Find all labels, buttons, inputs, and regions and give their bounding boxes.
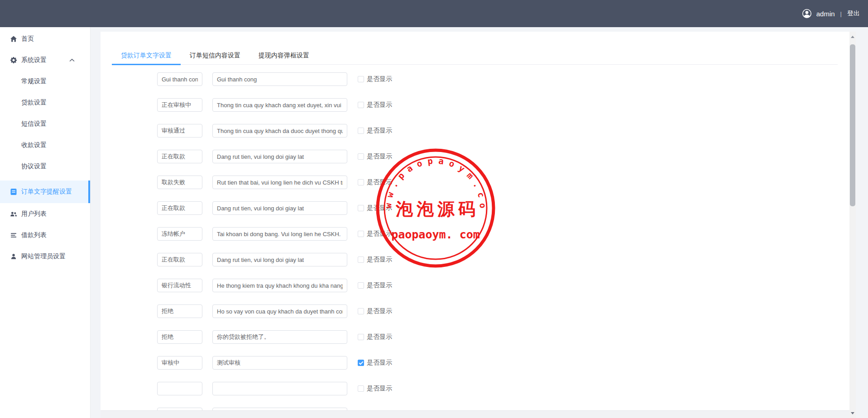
form-row: 是否显示 — [157, 201, 849, 215]
sidebar-item-home[interactable]: 首页 — [0, 28, 90, 49]
form-row: 是否显示 — [157, 124, 849, 138]
sidebar-item-agreement-settings[interactable]: 协议设置 — [0, 156, 90, 177]
settings-form: 是否显示 是否显示 是否显示 — [101, 72, 849, 418]
checkbox-label: 是否显示 — [367, 178, 392, 186]
username[interactable]: admin — [816, 10, 835, 18]
show-toggle[interactable]: 是否显示 — [358, 256, 392, 264]
sidebar-item-order-text-settings[interactable]: 订单文字提醒设置 — [0, 180, 90, 203]
sidebar-item-label: 用户列表 — [21, 210, 47, 218]
form-row: 是否显示 — [157, 176, 849, 189]
status-content-input[interactable] — [212, 279, 347, 292]
show-toggle[interactable]: 是否显示 — [358, 385, 392, 393]
sidebar-item-loan-list[interactable]: 借款列表 — [0, 224, 90, 246]
status-label-input[interactable] — [157, 382, 202, 395]
form-row: 是否显示 — [157, 227, 849, 241]
checkbox-icon[interactable] — [358, 153, 364, 160]
checkbox-icon[interactable] — [358, 385, 364, 392]
checkbox-icon[interactable] — [358, 128, 364, 134]
status-content-input[interactable] — [212, 356, 347, 370]
form-row: 是否显示 — [157, 382, 849, 395]
status-label-input[interactable] — [157, 124, 202, 138]
status-label-input[interactable] — [157, 176, 202, 189]
status-content-input[interactable] — [212, 227, 347, 241]
sidebar-item-label: 首页 — [21, 35, 34, 43]
status-label-input[interactable] — [157, 72, 202, 86]
show-toggle[interactable]: 是否显示 — [358, 281, 392, 290]
checkbox-icon[interactable] — [358, 205, 364, 211]
sidebar-item-site-admin-settings[interactable]: 网站管理员设置 — [0, 246, 90, 267]
status-label-input[interactable] — [157, 356, 202, 370]
show-toggle[interactable]: 是否显示 — [358, 101, 392, 109]
form-row: 是否显示 — [157, 98, 849, 112]
checkbox-icon[interactable] — [358, 282, 364, 289]
status-content-input[interactable] — [212, 176, 347, 189]
status-label-input[interactable] — [157, 98, 202, 112]
checkbox-icon[interactable] — [358, 256, 364, 263]
list-icon — [10, 232, 17, 239]
status-label-input[interactable] — [157, 304, 202, 318]
horizontal-scrollbar[interactable] — [101, 410, 849, 418]
show-toggle[interactable]: 是否显示 — [358, 230, 392, 238]
form-row: 是否显示 — [157, 304, 849, 318]
status-content-input[interactable] — [212, 124, 347, 138]
logout-link[interactable]: 登出 — [847, 10, 860, 18]
status-content-input[interactable] — [212, 304, 347, 318]
tab-order-sms[interactable]: 订单短信内容设置 — [181, 51, 249, 64]
checkbox-label: 是否显示 — [367, 230, 392, 238]
sidebar-item-user-list[interactable]: 用户列表 — [0, 203, 90, 224]
status-content-input[interactable] — [212, 150, 347, 163]
sidebar-item-general-settings[interactable]: 常规设置 — [0, 71, 90, 92]
document-icon — [10, 188, 17, 195]
status-content-input[interactable] — [212, 382, 347, 395]
status-label-input[interactable] — [157, 201, 202, 215]
checkbox-icon[interactable] — [358, 308, 364, 314]
status-label-input[interactable] — [157, 150, 202, 163]
checkbox-icon[interactable] — [358, 334, 364, 340]
person-icon — [10, 253, 17, 260]
status-label-input[interactable] — [157, 227, 202, 241]
status-label-input[interactable] — [157, 279, 202, 292]
status-label-input[interactable] — [157, 253, 202, 266]
sidebar-item-loan-settings[interactable]: 贷款设置 — [0, 92, 90, 113]
checkbox-icon[interactable] — [358, 231, 364, 237]
sidebar-item-sms-settings[interactable]: 短信设置 — [0, 113, 90, 134]
show-toggle[interactable]: 是否显示 — [358, 152, 392, 161]
checkbox-label: 是否显示 — [367, 281, 392, 290]
show-toggle[interactable]: 是否显示 — [358, 127, 392, 135]
checkbox-icon[interactable] — [358, 360, 364, 366]
status-label-input[interactable] — [157, 330, 202, 344]
settings-panel: 贷款订单文字设置 订单短信内容设置 提现内容弹框设置 是否显示 是否显示 — [101, 32, 849, 418]
scroll-up-arrow[interactable] — [849, 32, 856, 39]
checkbox-label: 是否显示 — [367, 385, 392, 393]
status-content-input[interactable] — [212, 253, 347, 266]
chevron-up-icon — [68, 57, 76, 64]
checkbox-label: 是否显示 — [367, 307, 392, 315]
users-icon — [10, 210, 17, 218]
sidebar-item-system-settings[interactable]: 系统设置 — [0, 49, 90, 71]
show-toggle[interactable]: 是否显示 — [358, 333, 392, 341]
user-avatar-icon[interactable] — [802, 9, 812, 19]
checkbox-label: 是否显示 — [367, 256, 392, 264]
status-content-input[interactable] — [212, 72, 347, 86]
tab-loan-order-text[interactable]: 贷款订单文字设置 — [112, 51, 181, 64]
scroll-down-arrow[interactable] — [849, 409, 856, 417]
status-content-input[interactable] — [212, 201, 347, 215]
form-row: 是否显示 — [157, 253, 849, 266]
show-toggle[interactable]: 是否显示 — [358, 359, 392, 367]
vertical-scrollbar-thumb[interactable] — [850, 44, 855, 206]
checkbox-icon[interactable] — [358, 102, 364, 108]
show-toggle[interactable]: 是否显示 — [358, 204, 392, 212]
tab-withdraw-popup[interactable]: 提现内容弹框设置 — [249, 51, 318, 64]
checkbox-icon[interactable] — [358, 179, 364, 185]
show-toggle[interactable]: 是否显示 — [358, 75, 392, 83]
topbar: admin | 登出 — [0, 0, 868, 27]
show-toggle[interactable]: 是否显示 — [358, 307, 392, 315]
form-row: 是否显示 — [157, 150, 849, 163]
status-content-input[interactable] — [212, 330, 347, 344]
checkbox-icon[interactable] — [358, 76, 364, 82]
vertical-scrollbar[interactable] — [849, 32, 856, 418]
show-toggle[interactable]: 是否显示 — [358, 178, 392, 186]
status-content-input[interactable] — [212, 98, 347, 112]
sidebar-item-payment-settings[interactable]: 收款设置 — [0, 134, 90, 156]
form-row: 是否显示 — [157, 330, 849, 344]
